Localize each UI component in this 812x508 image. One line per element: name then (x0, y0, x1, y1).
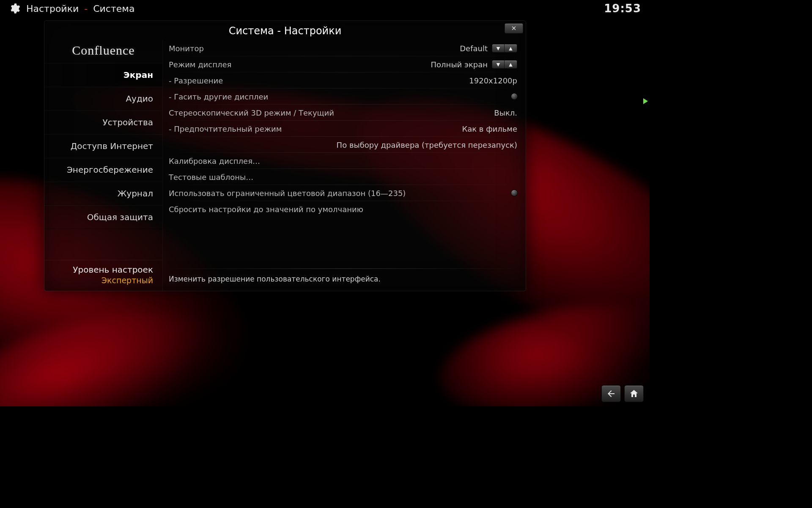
setting-value: Default (460, 44, 488, 53)
sidebar-item-label: Журнал (118, 188, 153, 199)
sidebar-item[interactable]: Экран (44, 63, 162, 87)
radio-toggle[interactable] (511, 94, 517, 99)
setting-label: Стереоскопический 3D режим / Текущий (169, 108, 334, 117)
setting-label: - Гасить другие дисплеи (169, 92, 268, 101)
setting-row[interactable]: - Разрешение1920x1200p (163, 72, 523, 88)
sidebar-item-label: Экран (123, 70, 153, 80)
confluence-logo: Confluence (44, 40, 162, 61)
sidebar-item-label: Аудио (126, 94, 153, 104)
setting-row[interactable]: Калибровка дисплея… (163, 153, 523, 169)
spinner: ▼▲ (492, 60, 517, 69)
setting-label: Монитор (169, 44, 204, 53)
home-button[interactable] (624, 385, 644, 402)
settings-level[interactable]: Уровень настроек Экспертный (44, 260, 162, 291)
sidebar-item-label: Энергосбережение (67, 165, 153, 175)
setting-row[interactable]: МониторDefault▼▲ (163, 40, 523, 56)
sidebar-item-label: в Интернет (102, 141, 153, 151)
breadcrumb: Настройки - Система 19:53 (0, 0, 650, 17)
spinner-up-button[interactable]: ▲ (505, 60, 517, 69)
spinner-up-button[interactable]: ▲ (505, 44, 517, 52)
settings-level-label: Уровень настроек (48, 265, 153, 275)
home-icon (629, 389, 639, 399)
setting-row[interactable]: По выбору драйвера (требуется перезапуск… (163, 137, 523, 153)
close-button[interactable]: ✕ (505, 23, 523, 33)
clock: 19:53 (604, 2, 641, 15)
gear-icon (8, 3, 20, 14)
spinner: ▼▲ (492, 44, 517, 52)
settings-content: МониторDefault▼▲Режим дисплеяПолный экра… (163, 40, 526, 291)
sidebar-item-label: Общая защита (87, 212, 153, 222)
setting-row[interactable]: Тестовые шаблоны… (163, 169, 523, 185)
spinner-down-button[interactable]: ▼ (492, 44, 505, 52)
breadcrumb-separator: - (81, 3, 91, 14)
arrow-left-icon (606, 389, 616, 399)
setting-row[interactable]: Стереоскопический 3D режим / ТекущийВыкл… (163, 105, 523, 121)
setting-value: Выкл. (494, 108, 517, 117)
setting-value: По выбору драйвера (требуется перезапуск… (337, 141, 517, 149)
setting-label: Калибровка дисплея… (169, 157, 260, 166)
setting-label: Тестовые шаблоны… (169, 173, 253, 182)
setting-label: Сбросить настройки до значений по умолча… (169, 205, 363, 214)
sidebar-item-label: Устройства (103, 117, 153, 127)
setting-label: - Предпочтительный режим (169, 124, 282, 133)
back-button[interactable] (601, 385, 621, 402)
setting-value: 1920x1200p (469, 76, 517, 85)
cursor-indicator-icon (643, 98, 648, 104)
setting-label: Использовать ограниченный цветовой диапа… (169, 189, 406, 198)
sidebar-item[interactable]: Устройства (44, 110, 162, 134)
sidebar-item[interactable]: Энергосбережение (44, 158, 162, 182)
setting-row[interactable]: - Гасить другие дисплеи (163, 88, 523, 105)
settings-window: ✕ Система - Настройки Confluence ЭкранАу… (44, 20, 526, 291)
sidebar-item[interactable]: Доступв Интернет (44, 134, 162, 158)
sidebar-item[interactable]: Аудио (44, 87, 162, 110)
sidebar: Confluence ЭкранАудиоУстройстваДоступв И… (44, 40, 163, 291)
settings-level-value: Экспертный (48, 276, 153, 285)
close-icon: ✕ (511, 25, 517, 32)
setting-value: Как в фильме (462, 124, 517, 133)
setting-row[interactable]: Режим дисплеяПолный экран▼▲ (163, 56, 523, 72)
radio-toggle[interactable] (511, 190, 517, 196)
sidebar-item[interactable]: Журнал (44, 182, 162, 205)
setting-row[interactable]: Сбросить настройки до значений по умолча… (163, 201, 523, 217)
sidebar-item[interactable]: Общая защита (44, 205, 162, 229)
sidebar-item-label: Доступ (71, 141, 102, 151)
breadcrumb-root: Настройки (26, 3, 79, 14)
window-title: Система - Настройки (44, 21, 526, 40)
setting-row[interactable]: - Предпочтительный режимКак в фильме (163, 121, 523, 137)
setting-label: - Разрешение (169, 76, 223, 85)
setting-row[interactable]: Использовать ограниченный цветовой диапа… (163, 185, 523, 201)
setting-label: Режим дисплея (169, 60, 231, 69)
spinner-down-button[interactable]: ▼ (492, 60, 505, 69)
hint-text: Изменить разрешение пользовательского ин… (163, 269, 523, 291)
breadcrumb-leaf: Система (93, 3, 134, 14)
setting-value: Полный экран (431, 60, 488, 69)
